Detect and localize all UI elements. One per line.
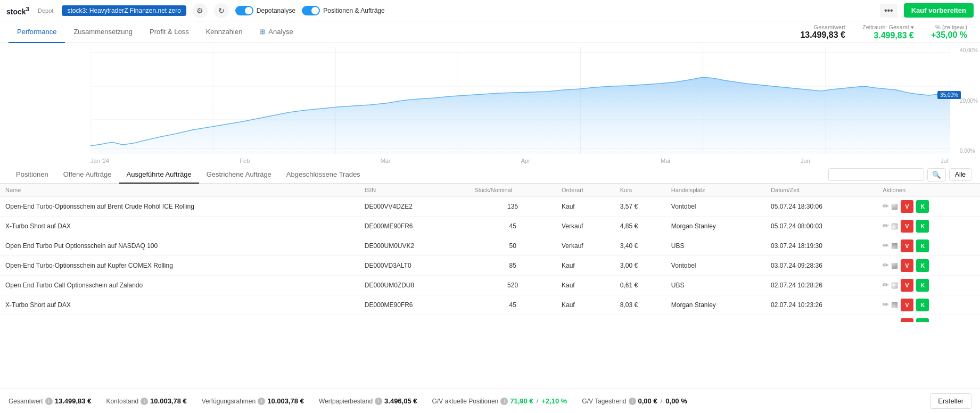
x-label-jan: Jan '24 <box>90 158 109 164</box>
tab-kennzahlen[interactable]: Kennzahlen <box>197 21 251 43</box>
kauf-vorbereiten-button[interactable]: Kauf vorbereiten <box>904 3 974 18</box>
ttab-abgeschlossene[interactable]: Abgeschlossene Trades <box>279 166 368 184</box>
verkauf-button[interactable]: V <box>901 259 913 272</box>
col-datum: Datum/Zeit <box>765 184 877 197</box>
edit-button[interactable]: ✏ <box>883 202 889 210</box>
cell-datum: 02.07.24 10:23:26 <box>765 295 877 315</box>
cell-name: Open-End Turbo-Optionsschein auf Kupfer … <box>0 256 359 276</box>
positionen-label: Positionen & Aufträge <box>323 7 384 14</box>
depotanalyse-label: Depotanalyse <box>257 7 295 14</box>
gesamtwert-label: Gesamtwert <box>800 24 845 30</box>
depotanalyse-toggle-group: Depotanalyse <box>235 6 295 15</box>
doc-button[interactable]: ▦ <box>891 241 898 250</box>
cell-aktionen: ✏ ▦ V K <box>877 217 980 236</box>
depot-label: Depot <box>38 7 53 14</box>
performance-chart <box>90 47 950 154</box>
tab-zusammensetzung[interactable]: Zusammensetzung <box>65 21 141 43</box>
cell-stueck: 85 <box>469 256 556 276</box>
tab-analyse[interactable]: ⊞ Analyse <box>251 21 301 43</box>
tab-profitloss[interactable]: Profit & Loss <box>141 21 197 43</box>
edit-button[interactable]: ✏ <box>883 241 889 250</box>
doc-button[interactable]: ▦ <box>891 280 898 289</box>
table-tabs: Positionen Offene Aufträge Ausgeführte A… <box>9 166 828 183</box>
kauf-button[interactable]: K <box>916 299 929 311</box>
kauf-button[interactable]: K <box>916 279 929 292</box>
verkauf-button[interactable]: V <box>901 318 913 322</box>
gesamtwert-metric: Gesamtwert 13.499,83 € <box>800 24 845 40</box>
doc-button[interactable]: ▦ <box>891 202 898 210</box>
verkauf-button[interactable]: V <box>901 200 913 213</box>
settings-button[interactable]: ⚙ <box>193 3 208 18</box>
doc-button[interactable]: ▦ <box>891 320 898 322</box>
depot-selector[interactable]: stock3: HeavytraderZ Finanzen.net zero <box>62 5 186 16</box>
table-row: Turbo Short auf McCormick (Non Voting) D… <box>0 315 980 323</box>
positionen-toggle-group: Positionen & Aufträge <box>302 6 384 15</box>
kauf-button[interactable]: K <box>916 239 929 252</box>
edit-button[interactable]: ✏ <box>883 320 889 322</box>
cell-orderart: Kauf <box>556 276 615 295</box>
dropdown-icon: ▾ <box>911 24 914 31</box>
gesamtwert-value: 13.499,83 € <box>800 30 845 40</box>
table-body: Open-End Turbo-Optionsschein auf Brent C… <box>0 197 980 323</box>
depotanalyse-toggle[interactable] <box>235 6 253 15</box>
edit-button[interactable]: ✏ <box>883 280 889 289</box>
cell-kurs: 0,66 € <box>615 315 666 323</box>
cell-isin: DE000ME18386 <box>359 315 470 323</box>
table-header: Name ISIN Stück/Nominal Orderart Kurs Ha… <box>0 184 980 197</box>
cell-handelsplatz: UBS <box>666 276 765 295</box>
cell-orderart: Kauf <box>556 295 615 315</box>
doc-button[interactable]: ▦ <box>891 221 898 230</box>
cell-orderart: Verkauf <box>556 236 615 256</box>
cell-stueck: 520 <box>469 276 556 295</box>
table-row: X-Turbo Short auf DAX DE000ME90FR6 45 Ve… <box>0 217 980 236</box>
zeitraum-value: 3.499,83 € <box>862 31 914 40</box>
col-kurs: Kurs <box>615 184 666 197</box>
cell-name: Turbo Short auf McCormick (Non Voting) <box>0 315 359 323</box>
percent-label: % (zeitgew.) <box>931 24 967 30</box>
verkauf-button[interactable]: V <box>901 299 913 311</box>
doc-button[interactable]: ▦ <box>891 261 898 269</box>
verkauf-button[interactable]: V <box>901 220 913 233</box>
cell-stueck: 50 <box>469 236 556 256</box>
cell-isin: DE000UM0UVK2 <box>359 236 470 256</box>
y-label-0: 0,00% <box>960 148 978 154</box>
orders-table-container[interactable]: Name ISIN Stück/Nominal Orderart Kurs Ha… <box>0 184 980 322</box>
cell-aktionen: ✏ ▦ V K <box>877 197 980 217</box>
cell-handelsplatz: Morgan Stanley <box>666 315 765 323</box>
cell-kurs: 0,61 € <box>615 276 666 295</box>
ttab-gestrichene[interactable]: Gestrichene Aufträge <box>199 166 279 184</box>
tab-performance[interactable]: Performance <box>9 21 65 43</box>
col-stueck: Stück/Nominal <box>469 184 556 197</box>
zeitraum-label[interactable]: Zeitraum: Gesamt ▾ <box>862 24 914 31</box>
alle-button[interactable]: Alle <box>949 168 971 181</box>
chart-wrapper: 40,00% 20,00% 0,00% 35,00% <box>0 43 980 166</box>
chart-container: 40,00% 20,00% 0,00% 35,00% <box>0 43 980 155</box>
cell-isin: DE000VD3ALT0 <box>359 256 470 276</box>
cell-name: Open End Turbo Put Optionsschein auf NAS… <box>0 236 359 256</box>
logo: stock3 <box>6 5 29 16</box>
search-input[interactable] <box>828 168 924 181</box>
ttab-ausgefuehrt[interactable]: Ausgeführte Aufträge <box>119 166 199 184</box>
refresh-button[interactable]: ↻ <box>214 3 229 18</box>
search-button[interactable]: 🔍 <box>927 168 946 181</box>
verkauf-button[interactable]: V <box>901 239 913 252</box>
ttab-positionen[interactable]: Positionen <box>9 166 56 184</box>
ttab-offene[interactable]: Offene Aufträge <box>56 166 119 184</box>
kauf-button[interactable]: K <box>916 220 929 233</box>
edit-button[interactable]: ✏ <box>883 261 889 269</box>
positionen-toggle[interactable] <box>302 6 320 15</box>
edit-button[interactable]: ✏ <box>883 221 889 230</box>
doc-button[interactable]: ▦ <box>891 300 898 309</box>
kauf-button[interactable]: K <box>916 259 929 272</box>
cell-datum: 03.07.24 18:19:30 <box>765 236 877 256</box>
more-button[interactable]: ••• <box>880 4 897 18</box>
kauf-button[interactable]: K <box>916 318 929 322</box>
cell-stueck: 45 <box>469 295 556 315</box>
cell-name: X-Turbo Short auf DAX <box>0 295 359 315</box>
kauf-button[interactable]: K <box>916 200 929 213</box>
cell-orderart: Kauf <box>556 197 615 217</box>
cell-isin: DE000VV4DZE2 <box>359 197 470 217</box>
verkauf-button[interactable]: V <box>901 279 913 292</box>
edit-button[interactable]: ✏ <box>883 300 889 309</box>
cell-aktionen: ✏ ▦ V K <box>877 295 980 315</box>
